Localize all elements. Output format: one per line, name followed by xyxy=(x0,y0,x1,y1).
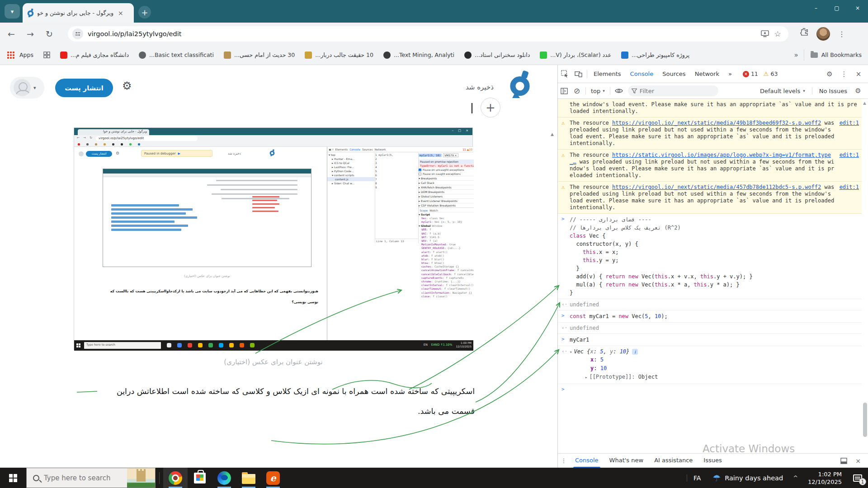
user-avatar-menu[interactable]: ▾ xyxy=(10,77,44,99)
bookmark-item[interactable]: پروژه کامپیوتر طراحی... xyxy=(616,48,694,62)
browser-profile-avatar[interactable] xyxy=(816,27,830,41)
taskbar-eapp-icon[interactable]: e xyxy=(261,468,285,488)
device-toolbar-icon[interactable] xyxy=(571,68,585,80)
resource-link[interactable]: https://virgool.io/_next/static/media/45… xyxy=(612,184,821,190)
mini-publish-button: انتشار پست xyxy=(86,151,112,157)
bookmark-item[interactable]: Basic text classificati... xyxy=(134,48,219,62)
scrollbar-thumb[interactable] xyxy=(863,403,867,437)
browser-menu-icon[interactable]: ⋮ xyxy=(835,28,848,40)
taskbar-explorer-icon[interactable] xyxy=(236,468,261,488)
console-sidebar-icon[interactable] xyxy=(558,85,571,97)
new-tab-button[interactable]: + xyxy=(138,6,151,19)
article-image-screenshot[interactable]: ویرگول - جایی برای نوشتن و خوا – ▢ × ← →… xyxy=(74,127,473,350)
drawer-tab-ai-assistance[interactable]: AI assistance xyxy=(649,454,698,468)
minimize-button[interactable]: – xyxy=(806,0,826,16)
devtools-settings-gear-icon[interactable]: ⚙ xyxy=(823,68,836,80)
source-link[interactable]: edit:1 xyxy=(840,152,859,179)
back-button[interactable]: ← xyxy=(4,26,19,42)
apps-grid-icon[interactable] xyxy=(7,52,14,59)
bookmarks-overflow-icon[interactable]: » xyxy=(789,51,804,59)
close-button[interactable]: × xyxy=(847,0,868,16)
drawer-tab-what-s-new[interactable]: What's new xyxy=(604,454,649,468)
publish-post-button[interactable]: انتشار پست xyxy=(55,79,113,97)
console-input-entry[interactable]: >// ----- فضای برداری ---- // تعریف یک ک… xyxy=(558,214,862,299)
bookmark-item[interactable]: 10 حقیقت جالب دربار... xyxy=(300,48,378,62)
drawer-tab-console[interactable]: Console xyxy=(570,454,604,468)
start-button[interactable] xyxy=(0,468,26,488)
filter-input[interactable] xyxy=(640,88,708,94)
article-paragraph[interactable]: اسکریپیتی که ساخته شده است همراه با نمون… xyxy=(93,381,475,421)
resource-link[interactable]: https://virgool.io/_next/static/media/49… xyxy=(612,120,821,126)
source-link[interactable]: edit:1 xyxy=(840,184,859,211)
more-tabs-icon[interactable]: » xyxy=(724,65,736,83)
resource-link[interactable]: https://static.virgool.io/images/app/log… xyxy=(570,152,831,165)
install-icon[interactable] xyxy=(759,28,771,40)
bookmark-apps[interactable]: Apps xyxy=(14,48,38,62)
bookmark-item[interactable]: دانشگاه مجازی فیلم م... xyxy=(55,48,134,62)
console-settings-gear-icon[interactable]: ⚙ xyxy=(852,85,864,97)
image-caption-placeholder[interactable]: نوشتن عنوان برای عکس (اختیاری) xyxy=(74,358,473,366)
console-input-entry[interactable]: >myCar1 xyxy=(558,334,862,346)
notification-icon[interactable]: 1 xyxy=(847,468,868,488)
post-settings-gear-icon[interactable]: ⚙ xyxy=(122,80,132,92)
tab-sources[interactable]: Sources xyxy=(658,65,690,83)
devtools-menu-icon[interactable]: ⋮ xyxy=(837,68,851,80)
browser-tab[interactable]: ویرگول - جایی برای نوشتن و خوان × xyxy=(23,3,134,23)
tray-chevron-icon[interactable]: ^ xyxy=(788,474,802,481)
taskbar-search[interactable] xyxy=(26,468,156,488)
add-content-button[interactable]: + xyxy=(481,98,500,117)
drawer-menu-icon[interactable]: ⋮ xyxy=(558,457,570,464)
console-object-result[interactable]: ‹·▾Vec {x: 5, y: 10}ix: 5y: 10▸[[Prototy… xyxy=(558,346,862,384)
tab-close-icon[interactable]: × xyxy=(117,9,124,17)
taskbar-chrome-icon[interactable] xyxy=(163,468,188,488)
console-input-entry[interactable]: >const myCar1 = new Vec(5, 10); xyxy=(558,310,862,323)
address-bar[interactable]: virgool.io/p/lai25ytylvgo/edit ☆ xyxy=(68,26,788,42)
mini-tree-item: ▾ content scripts xyxy=(327,173,375,177)
site-info-icon[interactable] xyxy=(72,28,83,39)
console-filter[interactable] xyxy=(628,85,718,96)
page-scrollbar[interactable]: ▲ ▼ xyxy=(550,130,557,488)
bookmark-item[interactable]: 30 حدیث از امام حسی... xyxy=(219,48,300,62)
dock-panel-icon[interactable] xyxy=(837,455,850,467)
info-badge[interactable]: i xyxy=(632,349,638,355)
inspect-element-icon[interactable] xyxy=(558,68,571,80)
clear-console-icon[interactable]: ⊘ xyxy=(571,85,583,97)
bookmark-item[interactable]: عدد (Scalar)، بردار (V... xyxy=(535,48,616,62)
bookmark-items: دانشگاه مجازی فیلم م...Basic text classi… xyxy=(55,48,694,62)
devtools-scrollbar[interactable]: ▲ xyxy=(862,99,868,453)
console-prompt[interactable]: > xyxy=(558,384,862,395)
language-indicator[interactable]: FA xyxy=(687,474,707,482)
forward-button[interactable]: → xyxy=(23,26,38,42)
drawer-close-icon[interactable]: × xyxy=(852,455,864,467)
bookmark-item[interactable]: دانلود سخنرانی استاد... xyxy=(459,48,535,62)
bookmark-item[interactable]: Text Mining, Analyti... xyxy=(378,48,459,62)
issue-badges[interactable]: ×11 ⚠63 xyxy=(743,70,778,77)
search-input[interactable] xyxy=(44,474,123,482)
tab-network[interactable]: Network xyxy=(690,65,724,83)
source-link[interactable]: edit:1 xyxy=(840,120,859,147)
default-levels-dropdown[interactable]: Default levels ▾ xyxy=(760,88,805,94)
extensions-icon[interactable] xyxy=(800,28,808,38)
filter-funnel-icon xyxy=(632,89,637,94)
all-bookmarks-button[interactable]: All Bookmarks xyxy=(804,49,868,61)
context-selector[interactable]: top ▾ xyxy=(588,88,608,94)
tab-search-button[interactable]: ▾ xyxy=(5,4,20,19)
clock[interactable]: 1:02 PM 12/10/2025 xyxy=(802,470,847,486)
search-highlight-image[interactable] xyxy=(127,468,155,488)
tab-elements[interactable]: Elements xyxy=(589,65,626,83)
weather-widget[interactable]: ☂ Rainy days ahead xyxy=(707,473,788,483)
scroll-up-icon[interactable]: ▲ xyxy=(863,101,866,105)
taskbar-edge-icon[interactable] xyxy=(212,468,236,488)
taskbar-store-icon[interactable] xyxy=(188,468,212,488)
bookmark-star-icon[interactable]: ☆ xyxy=(771,28,784,40)
scroll-up-icon[interactable]: ▲ xyxy=(551,132,554,136)
maximize-button[interactable]: ▢ xyxy=(826,0,847,16)
apps-shortcut-icon[interactable] xyxy=(38,48,55,62)
reload-button[interactable]: ↻ xyxy=(42,26,57,42)
time: 1:02 PM xyxy=(818,471,842,478)
eye-icon[interactable] xyxy=(613,85,625,97)
drawer-tab-issues[interactable]: Issues xyxy=(698,454,727,468)
no-issues-label[interactable]: No Issues xyxy=(819,88,847,94)
tab-console[interactable]: Console xyxy=(626,65,658,83)
devtools-close-icon[interactable]: × xyxy=(852,68,865,80)
